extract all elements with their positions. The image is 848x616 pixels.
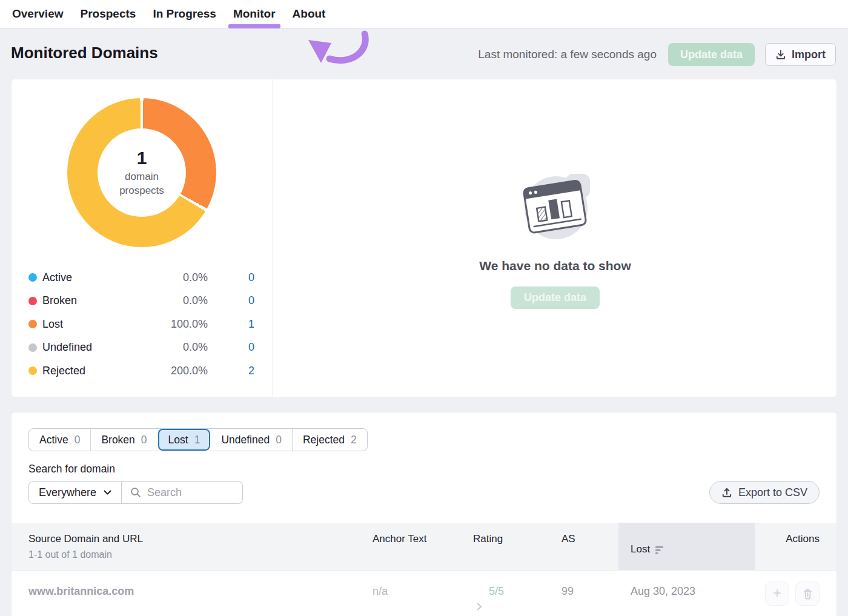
legend-label: Undefined <box>42 341 147 354</box>
overview-card: 1 domain prospects Active 0.0% 0 Broken … <box>11 79 837 397</box>
legend-label: Rejected <box>42 365 147 377</box>
empty-state-title: We have no data to show <box>479 259 631 273</box>
filter-tab-label: Broken <box>101 434 134 446</box>
legend-label: Broken <box>42 294 147 307</box>
no-data-illustration <box>510 169 601 245</box>
legend-label: Active <box>42 271 147 284</box>
legend-dot-undefined <box>28 343 37 352</box>
column-rating: Rating <box>473 523 561 570</box>
search-scope-value: Everywhere <box>39 486 96 499</box>
row-rating-cell: 5/5 <box>473 571 561 616</box>
filter-tab-count: 0 <box>276 434 282 446</box>
legend-percent: 100.0% <box>147 318 208 331</box>
legend-item-undefined: Undefined 0.0% 0 <box>28 336 254 360</box>
table-header: Source Domain and URL 1-1 out of 1 domai… <box>12 523 836 570</box>
row-rating-value: 5/5 <box>489 585 504 598</box>
legend-item-rejected: Rejected 200.0% 2 <box>28 359 254 383</box>
donut-center-label: domain prospects <box>111 170 172 198</box>
domains-table-card: Active 0 Broken 0 Lost 1 Undefined 0 Rej… <box>11 412 837 616</box>
filter-tab-label: Active <box>39 434 68 446</box>
top-nav: Overview Prospects In Progress Monitor A… <box>0 0 848 28</box>
add-button[interactable]: + <box>765 581 789 606</box>
chart-legend: Active 0.0% 0 Broken 0.0% 0 Lost 100.0% … <box>28 266 254 383</box>
donut-center: 1 domain prospects <box>98 128 186 217</box>
filter-tab-undefined[interactable]: Undefined 0 <box>210 429 292 451</box>
filter-tab-count: 1 <box>194 434 200 446</box>
filter-tab-label: Undefined <box>221 434 270 446</box>
legend-item-active: Active 0.0% 0 <box>28 266 254 290</box>
legend-count-link[interactable]: 0 <box>208 294 254 307</box>
export-to-csv-button[interactable]: Export to CSV <box>709 481 820 504</box>
legend-count-link[interactable]: 0 <box>208 341 254 354</box>
legend-percent: 0.0% <box>147 294 208 307</box>
nav-item-in-progress[interactable]: In Progress <box>151 0 217 28</box>
legend-item-lost: Lost 100.0% 1 <box>28 313 254 336</box>
column-source-domain: Source Domain and URL 1-1 out of 1 domai… <box>28 523 373 570</box>
search-controls: Everywhere <box>28 481 243 504</box>
empty-state-pane: We have no data to show Update data <box>273 79 838 398</box>
page-title: Monitored Domains <box>11 44 158 62</box>
search-input[interactable] <box>147 486 226 499</box>
nav-item-prospects[interactable]: Prospects <box>79 0 137 28</box>
legend-item-broken: Broken 0.0% 0 <box>28 290 254 313</box>
table-row: www.britannica.com n/a 5/5 99 Aug 30, 20… <box>12 570 836 616</box>
header-actions: Last monitored: a few seconds ago Update… <box>478 43 836 66</box>
column-actions: Actions <box>755 523 820 570</box>
search-for-domain-label: Search for domain <box>28 463 115 475</box>
legend-count-link[interactable]: 0 <box>208 271 254 284</box>
purple-arrow <box>303 28 373 71</box>
column-as: AS <box>561 523 618 570</box>
search-icon <box>130 487 141 498</box>
import-button-label: Import <box>792 48 826 61</box>
filter-tab-broken[interactable]: Broken 0 <box>90 429 157 451</box>
row-lost-date: Aug 30, 2023 <box>618 571 755 616</box>
row-actions: + <box>755 571 820 616</box>
import-button[interactable]: Import <box>765 43 836 66</box>
filter-tab-rejected[interactable]: Rejected 2 <box>292 429 367 451</box>
row-anchor-text: n/a <box>373 571 473 616</box>
nav-item-overview[interactable]: Overview <box>11 0 65 28</box>
legend-dot-lost <box>28 320 37 328</box>
sort-desc-icon <box>655 546 664 555</box>
monitored-domains-page: Overview Prospects In Progress Monitor A… <box>0 0 848 616</box>
upload-icon <box>721 487 732 498</box>
legend-percent: 0.0% <box>147 341 208 354</box>
legend-label: Lost <box>42 318 147 331</box>
legend-percent: 0.0% <box>147 271 208 284</box>
column-lost-sorted[interactable]: Lost <box>618 523 755 570</box>
donut-chart: 1 domain prospects <box>67 98 216 247</box>
status-filter-group: Active 0 Broken 0 Lost 1 Undefined 0 Rej… <box>28 428 368 451</box>
donut-center-value: 1 <box>137 148 147 168</box>
filter-tab-count: 0 <box>141 434 147 446</box>
nav-item-monitor[interactable]: Monitor <box>232 0 277 28</box>
nav-item-about[interactable]: About <box>291 0 327 28</box>
last-monitored-text: Last monitored: a few seconds ago <box>478 48 657 61</box>
row-domain-link[interactable]: www.britannica.com <box>28 571 373 616</box>
search-input-box <box>122 481 243 504</box>
filter-tab-count: 2 <box>351 434 357 446</box>
column-anchor-text: Anchor Text <box>373 523 473 570</box>
filter-tab-count: 0 <box>75 434 81 446</box>
export-button-label: Export to CSV <box>738 486 807 499</box>
row-authority-score: 99 <box>561 571 618 616</box>
legend-dot-broken <box>28 297 37 305</box>
filter-tab-active[interactable]: Active 0 <box>29 429 90 451</box>
chevron-right-icon[interactable] <box>477 603 482 611</box>
filter-tab-label: Lost <box>168 434 188 446</box>
plus-icon: + <box>773 586 781 600</box>
legend-dot-active <box>28 273 37 282</box>
search-scope-select[interactable]: Everywhere <box>28 481 122 504</box>
legend-count-link[interactable]: 1 <box>208 318 254 331</box>
table-summary: 1-1 out of 1 domain <box>28 549 373 560</box>
download-icon <box>775 49 786 60</box>
legend-count-link[interactable]: 2 <box>208 365 254 377</box>
filter-tab-label: Rejected <box>303 434 345 446</box>
chevron-down-icon <box>104 490 111 495</box>
filter-tab-lost[interactable]: Lost 1 <box>157 429 211 451</box>
delete-button[interactable] <box>795 581 820 606</box>
trash-icon <box>803 588 813 600</box>
empty-update-data-button[interactable]: Update data <box>511 286 600 309</box>
legend-percent: 200.0% <box>147 365 208 377</box>
legend-dot-rejected <box>28 366 37 375</box>
update-data-button[interactable]: Update data <box>668 43 755 66</box>
